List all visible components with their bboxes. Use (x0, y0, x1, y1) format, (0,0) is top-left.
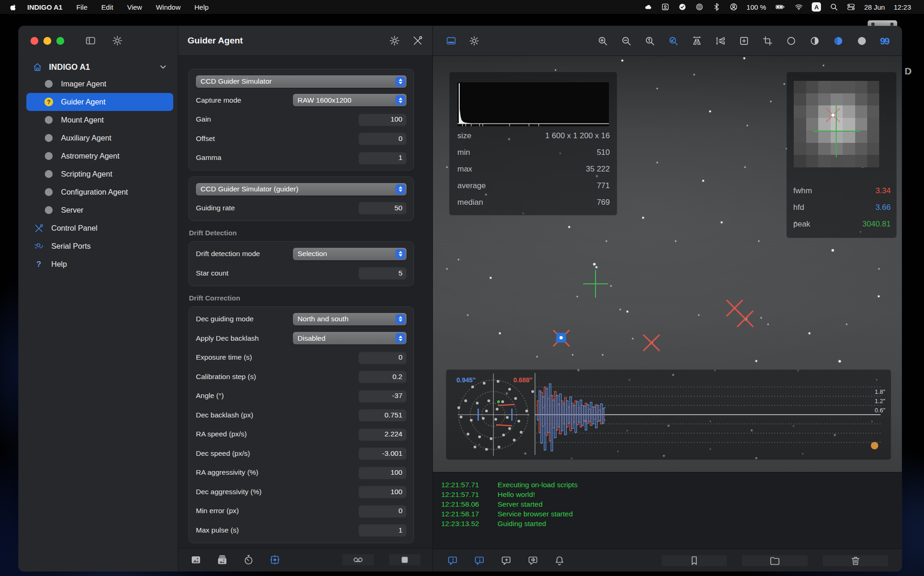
sidebar-root-indigo-a1[interactable]: INDIGO A1 (18, 59, 178, 75)
notifications-bell-icon[interactable] (554, 555, 565, 566)
stepper-icon[interactable] (395, 249, 405, 259)
sidebar-item-astrometry-agent[interactable]: Astrometry Agent (26, 147, 173, 165)
log-panel[interactable]: 12:21:57.71Executing on-load scripts 12:… (433, 472, 902, 549)
sidebar-item-serial-ports[interactable]: Serial Ports (18, 237, 178, 255)
battery-icon[interactable] (775, 3, 786, 11)
camera-device-select[interactable]: CCD Guider Simulator (196, 75, 407, 88)
log-info-icon[interactable] (474, 555, 485, 566)
guiding-rate-input[interactable]: 50 (359, 202, 407, 214)
gear-icon[interactable] (389, 35, 400, 46)
account-icon[interactable] (729, 3, 738, 11)
drift-detection-mode-select[interactable]: Selection (293, 248, 407, 260)
quotes-icon[interactable]: 99 (880, 36, 889, 46)
min-error-input[interactable]: 0 (359, 505, 407, 517)
crop-icon[interactable] (762, 36, 773, 46)
capture-mode-select[interactable]: RAW 1600x1200 (293, 94, 407, 106)
zoom-out-icon[interactable] (621, 36, 632, 46)
tools-icon[interactable] (412, 35, 423, 46)
stepper-icon[interactable] (395, 95, 405, 105)
image-view[interactable]: size1 600 x 1 200 x 16 min510 max35 222 … (433, 56, 902, 472)
stretch-high-icon[interactable] (833, 36, 844, 46)
apple-menu-icon[interactable] (6, 3, 20, 11)
settings-scroll-area[interactable]: CCD Guider Simulator Capture modeRAW 160… (178, 56, 432, 548)
menu-window[interactable]: Window (149, 3, 187, 11)
menubar-time[interactable]: 12:23 (894, 3, 911, 11)
stepper-icon[interactable] (395, 184, 405, 194)
gear-icon[interactable] (469, 36, 480, 46)
wifi-icon[interactable] (795, 3, 803, 11)
star-count-input[interactable]: 5 (359, 267, 407, 279)
trash-icon[interactable] (823, 555, 888, 566)
sidebar-item-guider-agent[interactable]: ?Guider Agent (26, 93, 173, 111)
zoom-1to1-icon[interactable] (644, 36, 655, 46)
cloud-icon[interactable] (644, 3, 652, 11)
log-errors-icon[interactable] (447, 555, 458, 566)
zoom-button[interactable] (56, 37, 64, 45)
check-circle-icon[interactable] (678, 3, 687, 11)
folder-icon[interactable] (742, 555, 808, 566)
sidebar-item-scripting-agent[interactable]: Scripting Agent (26, 165, 173, 183)
recorder-icon[interactable] (342, 554, 374, 565)
menubar-date[interactable]: 28 Jun (864, 3, 885, 11)
add-selection-icon[interactable] (739, 36, 749, 46)
gain-input[interactable]: 100 (359, 113, 407, 126)
menu-view[interactable]: View (120, 3, 149, 11)
flip-horizontal-icon[interactable] (692, 36, 702, 46)
search-icon[interactable] (830, 3, 838, 11)
dec-speed-input[interactable]: -3.001 (359, 447, 407, 460)
zoom-fit-icon[interactable] (668, 36, 679, 46)
angle-input[interactable]: -37 (359, 390, 407, 402)
menu-file[interactable]: File (69, 3, 94, 11)
minimize-button[interactable] (43, 37, 51, 45)
dec-guiding-mode-select[interactable]: North and south (293, 313, 407, 325)
log-add-icon[interactable] (500, 555, 511, 566)
zoom-in-icon[interactable] (597, 36, 608, 46)
offset-input[interactable]: 0 (359, 132, 407, 145)
sidebar-item-control-panel[interactable]: Control Panel (18, 219, 178, 237)
capture-stream-icon[interactable] (217, 554, 228, 565)
stop-icon[interactable] (389, 554, 420, 565)
dec-backlash-input[interactable]: 0.751 (359, 409, 407, 421)
apply-dec-backlash-select[interactable]: Disabled (293, 332, 407, 344)
sidebar-item-mount-agent[interactable]: Mount Agent (26, 111, 173, 129)
log-sound-icon[interactable] (527, 555, 538, 566)
sidebar-item-help[interactable]: ?Help (18, 255, 178, 273)
chevron-down-icon[interactable] (158, 62, 168, 72)
airdrop-icon[interactable] (695, 3, 704, 11)
stretch-none-icon[interactable] (786, 36, 796, 46)
ra-aggressivity-input[interactable]: 100 (359, 466, 407, 479)
guider-device-select[interactable]: CCD Guider Simulator (guider) (196, 183, 407, 196)
capture-image-icon[interactable] (190, 554, 201, 565)
menu-edit[interactable]: Edit (94, 3, 120, 11)
flip-vertical-icon[interactable] (715, 36, 726, 46)
root-label: INDIGO A1 (49, 62, 90, 72)
guide-target-icon[interactable] (269, 554, 280, 565)
sidebar-item-server[interactable]: Server (26, 201, 173, 219)
input-source-key[interactable]: A (812, 2, 821, 12)
sidebar-item-auxiliary-agent[interactable]: Auxiliary Agent (26, 129, 173, 147)
sidebar-item-configuration-agent[interactable]: Configuration Agent (26, 183, 173, 201)
max-pulse-input[interactable]: 1 (359, 524, 407, 536)
stepper-icon[interactable] (395, 314, 405, 324)
gear-icon[interactable] (112, 35, 123, 46)
toggle-sidebar-icon[interactable] (85, 35, 96, 46)
screenshot-icon[interactable] (661, 3, 669, 11)
stretch-moderate-icon[interactable] (809, 36, 820, 46)
stepper-icon[interactable] (395, 333, 405, 343)
gamma-input[interactable]: 1 (359, 152, 407, 164)
control-center-icon[interactable] (847, 3, 855, 11)
calibration-step-input[interactable]: 0.2 (359, 370, 407, 383)
bluetooth-icon[interactable] (712, 3, 721, 11)
close-button[interactable] (30, 37, 38, 45)
show-bottom-panel-icon[interactable] (446, 36, 456, 46)
exposure-timer-icon[interactable] (243, 554, 254, 565)
app-menu[interactable]: INDIGO A1 (20, 3, 69, 11)
ra-speed-input[interactable]: 2.224 (359, 428, 407, 441)
bookmark-icon[interactable] (662, 555, 727, 566)
sidebar-item-imager-agent[interactable]: Imager Agent (26, 75, 173, 93)
stepper-icon[interactable] (395, 77, 405, 86)
menu-help[interactable]: Help (188, 3, 216, 11)
stretch-max-icon[interactable] (857, 36, 867, 46)
dec-aggressivity-input[interactable]: 100 (359, 485, 407, 498)
exposure-time-input[interactable]: 0 (359, 351, 407, 364)
